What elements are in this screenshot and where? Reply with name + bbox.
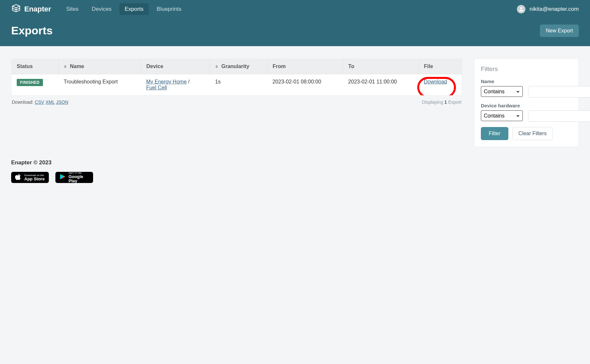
filter-buttons: Filter Clear Filters [481,127,572,140]
col-device[interactable]: Device [141,59,210,74]
content: Status Name Device Granularity From To F… [0,46,590,159]
filter-device-row: Contains [481,110,572,122]
cell-to: 2023-02-01 11:00:00 [343,74,419,96]
col-file[interactable]: File [419,59,462,74]
googleplay-icon [59,173,66,181]
filter-name-input[interactable] [528,86,590,98]
navbar: Enapter Sites Devices Exports Blueprints… [0,0,590,18]
store-badges: Download on the App Store GET IT ON Goog… [11,172,579,183]
user-area[interactable]: nikita@enapter.com [517,5,579,13]
filter-button[interactable]: Filter [481,127,508,140]
col-name[interactable]: Name [58,59,141,74]
brand-label: Enapter [24,5,51,13]
download-json-link[interactable]: JSON [56,100,68,105]
googleplay-badge[interactable]: GET IT ON Google Play [55,172,93,183]
download-link[interactable]: Download [424,79,447,84]
filter-name-operator-wrap: Contains [481,86,523,98]
avatar-icon [517,5,525,13]
user-email: nikita@enapter.com [529,6,579,12]
filter-name-operator-select[interactable]: Contains [481,86,523,97]
filter-device-input[interactable] [528,110,590,122]
appstore-badge[interactable]: Download on the App Store [11,172,49,183]
brand-logo-icon [11,3,21,15]
header: Enapter Sites Devices Exports Blueprints… [0,0,590,46]
nav-item-exports[interactable]: Exports [119,3,149,15]
nav-item-sites[interactable]: Sites [61,3,84,15]
sort-icon [215,65,218,68]
device-name-link[interactable]: Fuel Cell [146,85,167,90]
pagination-text: Displaying 1 Export [422,100,462,105]
nav-items: Sites Devices Exports Blueprints [61,3,187,15]
page-title: Exports [11,24,53,37]
nav-item-blueprints[interactable]: Blueprints [151,3,187,15]
sort-icon [64,65,67,68]
svg-point-0 [520,7,522,9]
new-export-button[interactable]: New Export [540,25,579,37]
col-from[interactable]: From [267,59,343,74]
col-granularity[interactable]: Granularity [210,59,267,74]
brand[interactable]: Enapter [11,3,51,15]
filter-name-row: Contains [481,86,572,98]
cell-file: Download [419,74,462,96]
cell-status: FINISHED [11,74,58,96]
status-badge: FINISHED [17,79,43,86]
nav-item-devices[interactable]: Devices [87,3,117,15]
filter-name-label: Name [481,79,572,84]
filters-card: Filters Name Contains Device hardware Co… [474,59,579,147]
device-site-link[interactable]: My Energy Home [146,79,187,84]
download-formats: Download: CSV XML JSON [12,100,68,105]
clear-filters-button[interactable]: Clear Filters [512,127,553,140]
filter-device-operator-wrap: Contains [481,110,523,122]
apple-icon [15,173,22,181]
page-header: Exports New Export [0,18,590,46]
cell-from: 2023-02-01 08:00:00 [267,74,343,96]
col-to[interactable]: To [343,59,419,74]
filters-title: Filters [481,65,572,73]
page-footer: Enapter © 2023 Download on the App Store [0,159,590,196]
cell-granularity: 1s [210,74,267,96]
filters-column: Filters Name Contains Device hardware Co… [474,59,579,147]
copyright: Enapter © 2023 [11,159,579,166]
download-xml-link[interactable]: XML [46,100,55,105]
cell-name: Troubleshooting Export [58,74,141,96]
filter-device-operator-select[interactable]: Contains [481,110,523,121]
download-csv-link[interactable]: CSV [35,100,44,105]
cell-device: My Energy Home / Fuel Cell [141,74,210,96]
exports-table: Status Name Device Granularity From To F… [11,59,462,96]
col-status[interactable]: Status [11,59,58,74]
filter-device-label: Device hardware [481,103,572,108]
main-column: Status Name Device Granularity From To F… [11,59,462,109]
table-footer-row: Download: CSV XML JSON Displaying 1 Expo… [11,96,462,109]
table-header-row: Status Name Device Granularity From To F… [11,59,462,74]
table-row: FINISHED Troubleshooting Export My Energ… [11,74,462,96]
